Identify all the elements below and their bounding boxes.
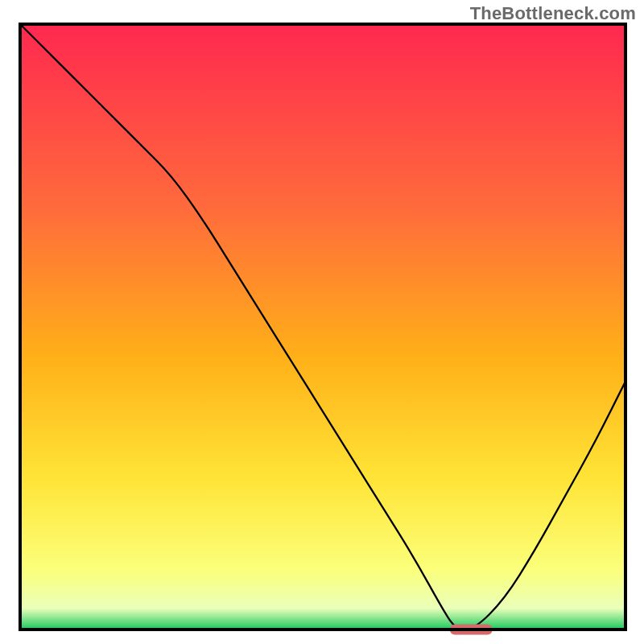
chart-stage: TheBottleneck.com: [0, 0, 644, 644]
bottleneck-chart: [0, 0, 644, 644]
